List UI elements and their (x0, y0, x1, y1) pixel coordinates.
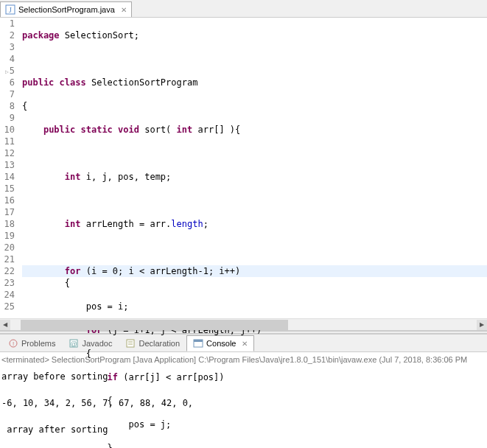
keyword: int (65, 172, 81, 182)
line-number: 22 (0, 265, 15, 277)
scroll-track[interactable] (21, 320, 466, 330)
code-text (22, 195, 487, 206)
code-text: arrLength = arr. (80, 219, 171, 229)
code-text (22, 242, 487, 253)
line-number: 14 (0, 171, 15, 183)
keyword: if (108, 372, 118, 382)
keyword: class (60, 77, 86, 88)
scroll-thumb[interactable] (21, 320, 288, 330)
line-number: 5 (0, 65, 15, 77)
problems-icon: ! (8, 338, 18, 349)
editor-pane: J SelectionSortProgram.java ✕ 1 2 3 4 5 … (0, 0, 487, 331)
close-icon[interactable]: ✕ (121, 6, 127, 14)
editor-tab-bar: J SelectionSortProgram.java ✕ (0, 0, 487, 18)
svg-text:J: J (9, 6, 12, 14)
code-text (22, 53, 487, 65)
line-number: 16 (0, 195, 15, 206)
java-file-icon: J (5, 4, 15, 15)
code-text: { (22, 395, 487, 407)
code-text: ; (203, 219, 209, 229)
line-number: 21 (0, 253, 15, 265)
line-number: 4 (0, 53, 15, 65)
code-text: sort( (139, 125, 177, 135)
line-number: 19 (0, 230, 15, 242)
code-text: { (22, 348, 487, 360)
keyword: for (65, 266, 81, 276)
keyword: int (65, 219, 81, 229)
code-text (22, 219, 65, 229)
line-number: 10 (0, 124, 15, 136)
current-line: for (i = 0; i < arrLength-1; i++) (22, 265, 487, 277)
code-text: pos = j; (22, 419, 487, 430)
line-number: 7 (0, 88, 15, 100)
code-text: (arr[j] < arr[pos]) (118, 372, 225, 382)
code-text: SelectionSort; (60, 30, 139, 41)
keyword: public (22, 77, 54, 88)
code-text (22, 147, 487, 159)
scroll-left-arrow[interactable]: ◀ (0, 320, 10, 330)
code-text: (i = 0; i < arrLength-1; i++) (80, 266, 240, 276)
code-text: { (22, 100, 487, 112)
code-text: } (22, 442, 487, 448)
line-number: 9 (0, 112, 15, 124)
code-text: { (22, 277, 487, 289)
field: length (171, 219, 203, 229)
line-number: 6 (0, 77, 15, 88)
svg-text:!: ! (13, 340, 14, 347)
code-text (22, 125, 43, 135)
line-number: 13 (0, 159, 15, 171)
code-text (22, 172, 65, 182)
file-tab[interactable]: J SelectionSortProgram.java ✕ (0, 1, 132, 17)
keyword: package (22, 30, 60, 41)
line-number: 12 (0, 147, 15, 159)
line-number-gutter: 1 2 3 4 5 6 7 8 9 10 11 12 13 14 15 16 1… (0, 18, 18, 318)
code-text: arr[] ){ (192, 125, 240, 135)
code-text: SelectionSortProgram (86, 77, 198, 88)
keyword: void (118, 125, 139, 135)
line-number: 20 (0, 242, 15, 253)
line-number: 3 (0, 41, 15, 53)
code-text: i, j, pos, temp; (80, 172, 171, 182)
keyword: static (81, 125, 113, 135)
horizontal-scrollbar[interactable]: ◀ ▶ (0, 318, 487, 330)
line-number: 25 (0, 301, 15, 312)
code-content[interactable]: package SelectionSort; public class Sele… (18, 18, 487, 318)
line-number: 15 (0, 183, 15, 195)
line-number: 18 (0, 218, 15, 230)
code-text (22, 266, 65, 276)
line-number: 24 (0, 289, 15, 301)
keyword: public (43, 125, 75, 135)
line-number: 17 (0, 206, 15, 218)
line-number: 2 (0, 29, 15, 41)
code-editor[interactable]: 1 2 3 4 5 6 7 8 9 10 11 12 13 14 15 16 1… (0, 18, 487, 318)
line-number: 11 (0, 136, 15, 147)
line-number: 1 (0, 18, 15, 29)
code-text: pos = i; (22, 301, 487, 312)
keyword: int (177, 125, 193, 135)
line-number: 23 (0, 277, 15, 289)
file-tab-label: SelectionSortProgram.java (18, 5, 115, 14)
code-text (22, 372, 108, 382)
line-number: 8 (0, 100, 15, 112)
